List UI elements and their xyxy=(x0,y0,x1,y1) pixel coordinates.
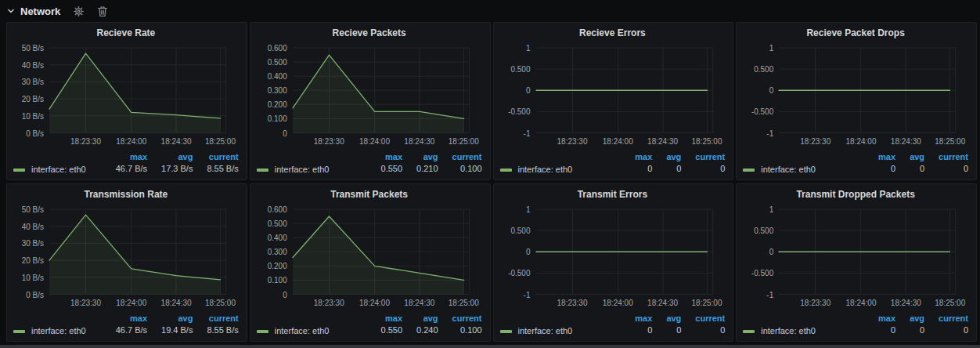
stat-max-value: 0 xyxy=(864,163,895,176)
legend-header-max[interactable]: max xyxy=(102,151,147,163)
legend-header-max[interactable]: max xyxy=(864,313,895,324)
y-axis-tick-label: 0.500 xyxy=(510,227,530,235)
y-axis-tick-label: 0.500 xyxy=(754,65,773,74)
panel-title[interactable]: Transmission Rate xyxy=(13,188,239,201)
time-series-chart[interactable] xyxy=(779,48,956,133)
legend-header-avg[interactable]: avg xyxy=(402,313,438,324)
plot-area: 10.5000-0.500-118:23:3018:24:0018:24:301… xyxy=(779,209,956,295)
series-label: interface: eth0 xyxy=(518,164,573,176)
legend-header-current[interactable]: current xyxy=(681,313,725,324)
legend-header-avg[interactable]: avg xyxy=(895,313,924,324)
y-axis-tick-label: 40 B/s xyxy=(22,222,44,230)
plot-area: 10.5000-0.500-118:23:3018:24:0018:24:301… xyxy=(536,48,713,133)
time-series-chart[interactable] xyxy=(49,209,226,295)
y-axis-tick-label: 0.500 xyxy=(754,227,773,235)
y-axis-tick-label: 50 B/s xyxy=(22,44,44,53)
series-label: interface: eth0 xyxy=(761,164,816,176)
row-delete-button[interactable] xyxy=(97,5,108,17)
series-label: interface: eth0 xyxy=(275,164,330,176)
legend-header-max[interactable]: max xyxy=(102,313,147,324)
legend-header-current[interactable]: current xyxy=(924,151,968,163)
stat-avg-value: 0 xyxy=(652,163,681,176)
chart: 50 B/s40 B/s30 B/s20 B/s10 B/s0 B/s18:23… xyxy=(13,201,239,312)
stat-current-value: 8.55 B/s xyxy=(193,163,238,176)
y-axis-tick-label: 0.500 xyxy=(268,219,287,228)
x-axis-tick-label: 18:24:30 xyxy=(647,137,678,146)
chart: 0.6000.5000.4000.3000.2000.100018:23:301… xyxy=(257,201,482,312)
stat-max-value: 0 xyxy=(621,324,652,338)
stat-avg-value: 0.240 xyxy=(402,324,438,338)
legend-header-max[interactable]: max xyxy=(621,151,652,163)
series-color-swatch xyxy=(257,330,268,333)
panel-title[interactable]: Recieve Packets xyxy=(257,27,482,40)
stat-current-value: 0.100 xyxy=(438,324,482,338)
legend-header-avg[interactable]: avg xyxy=(402,151,438,163)
y-axis-tick-label: -1 xyxy=(524,290,531,299)
legend-header-avg[interactable]: avg xyxy=(147,313,193,324)
y-axis-tick-label: 0 xyxy=(769,248,774,256)
x-axis-tick-label: 18:23:30 xyxy=(314,299,344,307)
row-header: Network xyxy=(0,0,980,22)
legend-series-toggle[interactable]: interface: eth0 xyxy=(257,164,330,176)
plot-area: 0.6000.5000.4000.3000.2000.100018:23:301… xyxy=(293,209,470,295)
x-axis-tick-label: 18:24:00 xyxy=(846,137,877,146)
y-axis-tick-label: -0.500 xyxy=(751,107,773,116)
panel-title[interactable]: Recieve Rate xyxy=(13,27,239,40)
time-series-chart[interactable] xyxy=(293,48,470,133)
y-axis-tick-label: 0.200 xyxy=(268,100,287,109)
legend: max avg current interface: eth0 0 0 0 xyxy=(743,313,968,338)
y-axis-tick-label: 0.100 xyxy=(268,114,287,123)
panel-title[interactable]: Transmit Dropped Packets xyxy=(743,188,968,201)
time-series-chart[interactable] xyxy=(293,209,470,295)
legend-series-toggle[interactable]: interface: eth0 xyxy=(743,325,816,337)
legend-header-avg[interactable]: avg xyxy=(652,151,681,163)
y-axis-tick-label: 0.600 xyxy=(268,205,287,214)
legend-series-toggle[interactable]: interface: eth0 xyxy=(13,164,86,176)
legend-header-max[interactable]: max xyxy=(621,313,652,324)
y-axis-tick-label: 0.300 xyxy=(268,86,287,95)
x-axis-tick-label: 18:25:00 xyxy=(449,299,479,307)
panel: Recieve Rate 50 B/s40 B/s30 B/s20 B/s10 … xyxy=(6,22,247,180)
legend-header-max[interactable]: max xyxy=(367,151,403,163)
stat-avg-value: 0.210 xyxy=(402,163,438,176)
time-series-chart[interactable] xyxy=(536,209,713,295)
legend-header-current[interactable]: current xyxy=(438,313,482,324)
time-series-chart[interactable] xyxy=(49,48,226,133)
time-series-chart[interactable] xyxy=(536,48,713,133)
legend-header-current[interactable]: current xyxy=(681,151,725,163)
panel-title[interactable]: Transmit Errors xyxy=(500,188,726,201)
panel-title[interactable]: Recieve Packet Drops xyxy=(743,27,968,40)
row-collapse-toggle[interactable]: Network xyxy=(6,5,60,17)
legend-header-avg[interactable]: avg xyxy=(895,151,924,163)
legend-header-avg[interactable]: avg xyxy=(147,151,193,163)
y-axis-tick-label: 10 B/s xyxy=(22,273,44,281)
row-settings-button[interactable] xyxy=(73,5,85,17)
legend-series-toggle[interactable]: interface: eth0 xyxy=(743,164,816,176)
y-axis-tick-label: -1 xyxy=(766,129,773,137)
panel-title[interactable]: Recieve Errors xyxy=(500,27,726,40)
legend-header-current[interactable]: current xyxy=(193,151,238,163)
stat-current-value: 0 xyxy=(681,324,725,338)
time-series-chart[interactable] xyxy=(779,209,956,295)
legend-header-max[interactable]: max xyxy=(367,313,403,324)
y-axis-tick-label: 0 B/s xyxy=(26,290,44,299)
stat-avg-value: 0 xyxy=(895,324,924,338)
x-axis-tick-label: 18:25:00 xyxy=(935,299,965,307)
legend-header-current[interactable]: current xyxy=(924,313,968,324)
legend-series-toggle[interactable]: interface: eth0 xyxy=(13,325,86,337)
y-axis-tick-label: 0 xyxy=(769,86,774,95)
chart: 10.5000-0.500-118:23:3018:24:0018:24:301… xyxy=(743,201,968,312)
legend-series-toggle[interactable]: interface: eth0 xyxy=(500,325,573,337)
panel-title[interactable]: Transmit Packets xyxy=(257,188,482,201)
stat-max-value: 0.550 xyxy=(367,324,403,338)
y-axis-tick-label: 0.400 xyxy=(268,234,287,242)
legend-header-avg[interactable]: avg xyxy=(652,313,681,324)
legend-series-toggle[interactable]: interface: eth0 xyxy=(257,325,330,337)
stat-max-value: 0.550 xyxy=(367,163,403,176)
chart: 50 B/s40 B/s30 B/s20 B/s10 B/s0 B/s18:23… xyxy=(13,40,239,150)
legend-series-toggle[interactable]: interface: eth0 xyxy=(500,164,573,176)
legend-header-current[interactable]: current xyxy=(438,151,482,163)
legend-header-current[interactable]: current xyxy=(193,313,238,324)
legend-header-max[interactable]: max xyxy=(864,151,895,163)
stat-current-value: 0 xyxy=(924,163,968,176)
